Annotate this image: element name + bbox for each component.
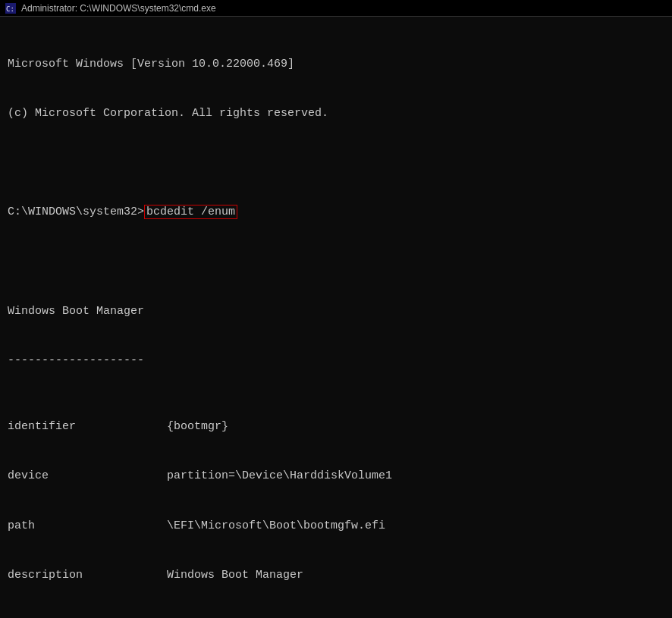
title-bar-text: Administrator: C:\WINDOWS\system32\cmd.e… bbox=[21, 3, 216, 14]
version-line: Microsoft Windows [Version 10.0.22000.46… bbox=[8, 56, 664, 73]
bm-row-0: identifier{bootmgr} bbox=[8, 419, 664, 435]
bm-row-1: devicepartition=\Device\HarddiskVolume1 bbox=[8, 468, 664, 485]
bm-row-2: path\EFI\Microsoft\Boot\bootmgfw.efi bbox=[8, 518, 664, 535]
section1-title: Windows Boot Manager bbox=[8, 303, 664, 320]
copyright-line: (c) Microsoft Corporation. All rights re… bbox=[8, 105, 664, 122]
cmd-icon: C: bbox=[5, 2, 17, 14]
terminal-window: Microsoft Windows [Version 10.0.22000.46… bbox=[0, 17, 672, 618]
title-bar: C: Administrator: C:\WINDOWS\system32\cm… bbox=[0, 0, 672, 17]
svg-text:C:: C: bbox=[6, 5, 14, 13]
separator-1: -------------------- bbox=[8, 353, 664, 369]
bm-row-3: descriptionWindows Boot Manager bbox=[8, 567, 664, 584]
blank-line-1 bbox=[8, 155, 664, 171]
prompt: C:\WINDOWS\system32> bbox=[8, 205, 144, 218]
command-line: C:\WINDOWS\system32>bcdedit /enum bbox=[8, 204, 664, 221]
blank-line-2 bbox=[8, 254, 664, 271]
command-highlighted: bcdedit /enum bbox=[144, 205, 237, 219]
